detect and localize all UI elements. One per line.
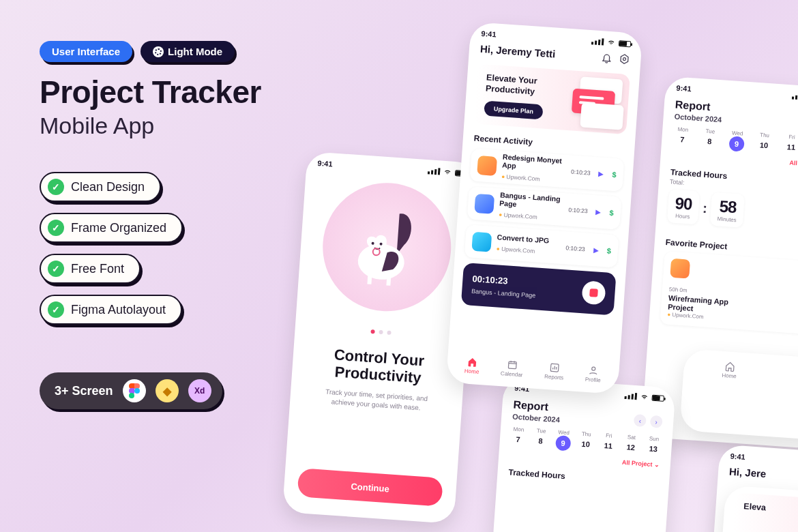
check-icon: ✓	[48, 179, 64, 195]
svg-rect-3	[367, 274, 372, 284]
svg-point-7	[623, 57, 625, 60]
signal-icon	[428, 167, 441, 175]
sketch-icon: ◆	[156, 379, 179, 402]
page-indicator	[295, 319, 467, 343]
play-icon[interactable]: ▶	[593, 246, 599, 254]
xd-icon: Xd	[188, 379, 211, 402]
badge-mode-label: Light Mode	[168, 46, 222, 57]
hours-box: 90Hours	[667, 189, 700, 224]
minutes-box: 58Minutes	[710, 192, 745, 228]
feature-item: ✓Frame Organized	[40, 213, 183, 243]
feature-label: Free Font	[71, 262, 124, 276]
battery-icon	[619, 40, 632, 47]
feature-list: ✓Clean Design ✓Frame Organized ✓Free Fon…	[40, 172, 333, 325]
day-item[interactable]: Tue8	[530, 428, 551, 450]
activity-title: Redesign Monyet App	[502, 153, 567, 173]
day-item[interactable]: Tue8	[696, 128, 722, 150]
wifi-icon	[443, 168, 452, 176]
month-nav: ‹›	[634, 414, 663, 428]
feature-item: ✓Free Font	[40, 254, 141, 284]
tab-bar: Home Calendar Reports Profile	[446, 351, 619, 389]
feature-label: Frame Organized	[71, 221, 166, 235]
activity-title: Bangus - Landing Page	[499, 190, 564, 211]
activity-row[interactable]: Convert to JPGUpwork.Com 0:10:23 ▶$	[464, 224, 619, 268]
day-item[interactable]: Thu10	[575, 430, 596, 453]
project-icon	[477, 156, 497, 176]
report-screen-partial: 9:41 Report ‹› October 2024 Mon7 Tue8 We…	[492, 376, 676, 532]
badge-mode: Light Mode	[141, 41, 235, 62]
promo-line1: Eleva	[743, 501, 798, 521]
day-item[interactable]: Fri11	[597, 432, 619, 454]
wifi-icon	[640, 394, 649, 401]
bell-icon[interactable]	[601, 52, 612, 63]
activity-source: Upwork.Com	[496, 245, 535, 254]
wifi-icon	[607, 39, 616, 46]
day-item[interactable]: Fri11	[778, 133, 798, 156]
feature-label: Figma Autolayout	[71, 303, 166, 317]
onboarding-subtitle: Track your time, set priorities, and ach…	[290, 385, 462, 416]
day-item-selected[interactable]: Wed9	[724, 130, 750, 152]
check-icon: ✓	[48, 220, 64, 236]
activity-time: 0:10:23	[571, 168, 591, 177]
next-month-button[interactable]: ›	[650, 415, 663, 428]
project-icon	[474, 194, 494, 214]
activity-row[interactable]: Bangus - Landing PageUpwork.Com 0:10:23 …	[467, 186, 622, 230]
day-item[interactable]: Sun13	[643, 435, 664, 458]
favorite-hours: 50h 0m	[669, 286, 688, 294]
day-item[interactable]: Thu10	[751, 132, 777, 154]
settings-icon[interactable]	[619, 53, 630, 65]
day-item-selected[interactable]: Wed9	[552, 429, 574, 452]
feature-label: Clean Design	[71, 180, 145, 194]
day-item[interactable]: Mon7	[507, 426, 529, 448]
favorite-project-card[interactable]: 50h 0m Wireframing AppProject Upwork.Com	[660, 251, 798, 335]
activity-time: 0:10:23	[565, 244, 585, 252]
status-time: 9:41	[317, 159, 333, 168]
promo-card: Elevate Your Productivity Upgrade Plan	[473, 64, 630, 134]
cash-icon: $	[606, 247, 611, 255]
play-icon[interactable]: ▶	[598, 170, 604, 178]
figma-icon	[123, 379, 146, 402]
activity-title: Convert to JPG	[497, 233, 561, 245]
now-tracking-player[interactable]: 00:10:23Bangus - Landing Page	[461, 263, 617, 315]
promo-partial: Eleva	[720, 485, 798, 532]
day-item[interactable]: Mon7	[670, 125, 696, 148]
player-time: 00:10:23	[472, 273, 537, 288]
activity-time: 0:10:23	[568, 206, 588, 214]
onboarding-title: Control YourProductivity	[292, 343, 466, 389]
feature-item: ✓Figma Autolayout	[40, 295, 182, 325]
tab-home[interactable]: Home	[464, 356, 480, 374]
upgrade-button[interactable]: Upgrade Plan	[484, 101, 543, 120]
day-item[interactable]: Sat12	[620, 434, 641, 456]
tab-home[interactable]: Home	[722, 361, 737, 379]
battery-icon	[651, 394, 664, 401]
continue-button[interactable]: Continue	[297, 468, 443, 507]
badge-ui: User Interface	[40, 41, 132, 62]
tab-bar: Home Calendar	[683, 349, 798, 392]
status-time: 9:41	[481, 29, 497, 39]
stop-button[interactable]	[581, 280, 606, 305]
product-title: Project Tracker	[40, 76, 333, 108]
activity-source: Upwork.Com	[501, 173, 540, 183]
product-subtitle: Mobile App	[40, 113, 333, 139]
greeting: Hi, Jeremy Tetti	[479, 43, 556, 60]
tab-calendar[interactable]: Calendar	[501, 359, 524, 378]
greeting: Hi, Jere	[729, 465, 767, 479]
tab-reports[interactable]: Reports	[544, 362, 565, 381]
svg-rect-4	[386, 276, 391, 285]
project-icon	[471, 232, 492, 252]
check-icon: ✓	[48, 261, 64, 277]
light-mode-icon	[153, 46, 164, 57]
screen-count-label: 3+ Screen	[55, 384, 113, 398]
signal-icon	[591, 38, 604, 45]
svg-rect-8	[508, 361, 516, 369]
cash-icon: $	[609, 209, 614, 217]
player-project: Bangus - Landing Page	[471, 287, 536, 299]
tab-profile[interactable]: Profile	[585, 365, 602, 384]
activity-source: Upwork.Com	[499, 211, 537, 220]
play-icon[interactable]: ▶	[595, 208, 602, 216]
signal-icon	[792, 93, 798, 100]
svg-point-10	[592, 367, 595, 370]
prev-month-button[interactable]: ‹	[634, 414, 647, 427]
svg-marker-6	[621, 54, 629, 63]
tabbar-partial-screen: Home Calendar	[679, 349, 798, 443]
